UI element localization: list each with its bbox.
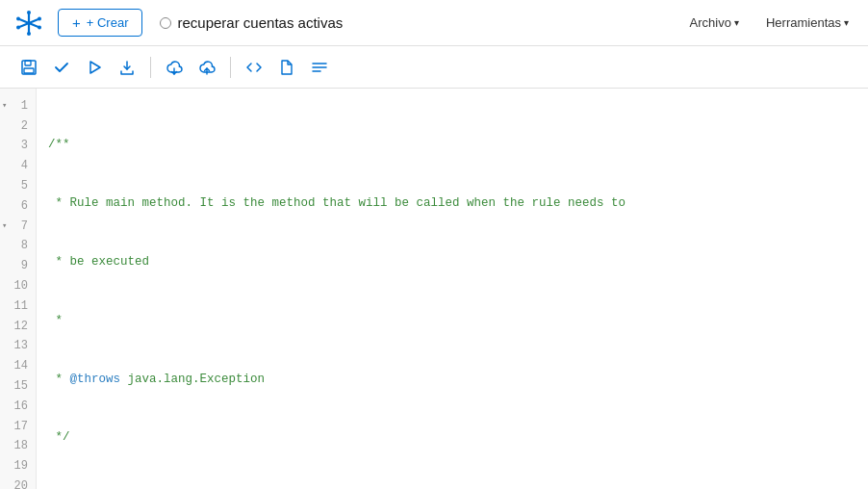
archivo-label: Archivo: [690, 15, 731, 30]
code-line-3: * be executed: [48, 252, 868, 272]
create-button[interactable]: + + Crear: [58, 9, 142, 37]
plus-icon: +: [72, 14, 81, 31]
svg-point-7: [16, 25, 20, 29]
line-num-13: 13: [0, 337, 36, 357]
line-num-15: 15: [0, 376, 36, 397]
line-num-11: 11: [0, 296, 36, 317]
herramientas-menu[interactable]: Herramientas ▾: [758, 12, 856, 34]
code-line-1: /**: [48, 135, 868, 155]
svg-point-3: [27, 11, 31, 14]
line-num-2: 2: [0, 116, 36, 137]
svg-point-6: [38, 16, 41, 20]
code-line-6: */: [48, 427, 868, 448]
line-num-16: 16: [0, 397, 36, 417]
save-button[interactable]: [13, 52, 44, 83]
file-button[interactable]: [271, 52, 302, 83]
line-num-19: 19: [0, 456, 36, 476]
fold-arrow-7[interactable]: ▾: [2, 219, 7, 233]
line-num-5: 5: [0, 176, 36, 196]
cloud-download-button[interactable]: [159, 52, 190, 83]
toolbar-separator-1: [150, 57, 151, 78]
line-num-12: 12: [0, 317, 36, 337]
line-num-1: ▾ 1: [0, 96, 36, 116]
line-num-7: ▾ 7: [0, 217, 36, 237]
code-view-button[interactable]: [239, 52, 269, 83]
run-button[interactable]: [79, 52, 110, 83]
line-num-9: 9: [0, 256, 36, 276]
code-line-2: * Rule main method. It is the method tha…: [48, 193, 868, 214]
fold-arrow-1[interactable]: ▾: [2, 99, 7, 113]
line-num-18: 18: [0, 437, 36, 457]
line-num-14: 14: [0, 356, 36, 376]
list-button[interactable]: [304, 52, 335, 83]
svg-marker-12: [90, 62, 100, 73]
create-label: + Crear: [87, 15, 129, 30]
herramientas-label: Herramientas: [766, 15, 841, 30]
export-button[interactable]: [112, 52, 142, 83]
line-num-20: 20: [0, 476, 36, 489]
svg-rect-11: [24, 68, 34, 73]
line-num-4: 4: [0, 156, 36, 176]
code-line-4: *: [48, 310, 868, 330]
toolbar-separator-2: [230, 57, 231, 78]
archivo-menu[interactable]: Archivo ▾: [682, 12, 747, 34]
line-num-10: 10: [0, 276, 36, 296]
code-text[interactable]: /** * Rule main method. It is the method…: [37, 89, 868, 489]
herramientas-chevron-icon: ▾: [844, 17, 849, 28]
status-circle-icon: [160, 17, 171, 29]
line-numbers: ▾ 1 2 3 4 5 6 ▾ 7 8 9 10 11 12 13 14 15 …: [0, 89, 37, 489]
svg-point-5: [16, 16, 20, 20]
rule-name-area: recuperar cuentas activas: [160, 14, 343, 31]
code-editor[interactable]: ▾ 1 2 3 4 5 6 ▾ 7 8 9 10 11 12 13 14 15 …: [0, 89, 868, 489]
line-num-6: 6: [0, 196, 36, 217]
cloud-upload-button[interactable]: [191, 52, 222, 83]
verify-button[interactable]: [46, 52, 77, 83]
line-num-3: 3: [0, 137, 36, 157]
toolbar: [0, 46, 868, 89]
archivo-chevron-icon: ▾: [734, 17, 739, 28]
logo-icon: [12, 6, 46, 40]
svg-point-8: [38, 25, 41, 29]
svg-point-4: [27, 32, 31, 36]
line-num-17: 17: [0, 417, 36, 437]
code-line-5: * @throws java.lang.Exception: [48, 369, 868, 389]
rule-name: recuperar cuentas activas: [177, 14, 343, 31]
line-num-8: 8: [0, 237, 36, 257]
top-nav: + + Crear recuperar cuentas activas Arch…: [0, 0, 868, 46]
